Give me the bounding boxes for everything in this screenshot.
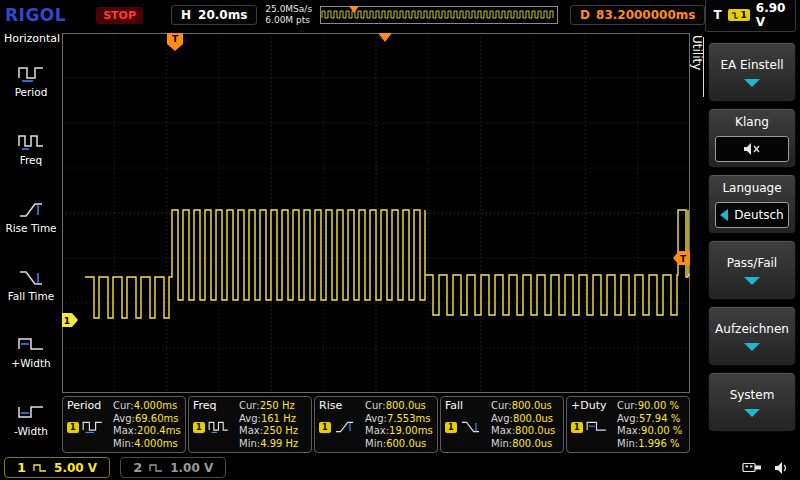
menu-title: Utility [690,35,704,70]
menu-separator [703,37,704,97]
menu-label: System [730,388,775,402]
meas-row: Avg:7.553ms [365,413,434,424]
meas-values: Cur:800.0usAvg:800.0usMax:800.0usMin:800… [491,399,560,450]
beeper-icon[interactable] [774,461,790,475]
sidebar-item-label: +Width [11,358,50,370]
menu-system[interactable]: System [708,372,796,432]
channel-1-box[interactable]: 1 5.00 V [4,457,110,478]
sidebar-item-width[interactable]: +Width [0,319,62,387]
sample-rate: 25.0MSa/s [265,4,312,15]
sidebar-item-freq[interactable]: Freq [0,116,62,184]
meas-row: Max:200.4ms [113,425,182,436]
waveform-preview-strip[interactable] [320,6,558,24]
sidebar-item-period[interactable]: Period [0,48,62,116]
chevron-down-icon [744,79,760,87]
pwidth-icon [586,420,607,434]
measurement-freq[interactable]: Freq 1 Cur:250 HzAvg:161 HzMax:250 HzMin… [188,396,312,453]
trigger-info-box[interactable]: T 1 6.90 V [705,0,796,32]
measurement-duty[interactable]: +Duty 1 Cur:90.00 %Avg:57.94 %Max:90.00 … [566,396,690,453]
menu-language[interactable]: LanguageDeutsch [708,174,796,234]
meas-name: Fall [445,399,489,412]
trigger-level-value: 6.90 V [756,1,788,29]
delay-value: 83.2000000ms [596,8,695,22]
left-sidebar: Horizontal PeriodFreqRise TimeFall Time+… [0,30,62,455]
horizontal-scale-box[interactable]: H 20.0ms [171,5,257,25]
trigger-channel-number: 1 [741,10,747,20]
meas-row: Max:800.0us [491,425,560,436]
meas-row: Max:250 Hz [239,425,308,436]
meas-row: Avg:69.60ms [113,413,182,424]
menu-pass-fail[interactable]: Pass/Fail [708,240,796,300]
chevron-left-icon [720,209,728,221]
meas-values: Cur:250 HzAvg:161 HzMax:250 HzMin:4.99 H… [239,399,308,450]
nwidth-icon [18,404,44,422]
delay-box[interactable]: D 83.2000000ms [570,5,705,25]
meas-row: Avg:161 Hz [239,413,308,424]
menu-label: EA Einstell [720,58,783,72]
coupling-icon [149,463,163,473]
meas-row: Cur:250 Hz [239,400,308,411]
pwidth-icon [18,336,44,354]
menu-ea-einstell[interactable]: EA Einstell [708,42,796,102]
meas-source: 1 [67,420,111,434]
top-bar: RIGOL STOP H 20.0ms 25.0MSa/s 6.00M pts … [0,0,800,30]
delay-position-marker[interactable] [378,33,392,42]
meas-row: Max:19.00ms [365,425,434,436]
meas-row: Cur:90.00 % [617,400,686,411]
preview-trigger-marker [349,6,359,13]
usb-icon[interactable] [742,461,762,474]
sidebar-item-label: Period [15,87,48,99]
run-state-badge[interactable]: STOP [96,7,143,24]
svg-text:T: T [680,254,687,264]
ch1-level-marker[interactable]: 1 [62,313,78,327]
meas-header: Fall 1 [445,399,489,450]
meas-row: Cur:800.0us [491,400,560,411]
trigger-level-marker[interactable]: T [673,251,690,265]
right-menu: EA EinstellKlangLanguageDeutschPass/Fail… [708,42,796,432]
measurement-rise[interactable]: Rise 1 Cur:800.0usAvg:7.553msMax:19.00ms… [314,396,438,453]
h-value: 20.0ms [198,8,247,22]
rise-icon [334,420,355,434]
trigger-channel-badge: 1 [728,9,750,21]
sidebar-item-label: Rise Time [5,223,56,235]
meas-header: Rise 1 [319,399,363,450]
channel-badge: 1 [445,422,457,433]
h-label: H [181,8,191,22]
measurement-fall[interactable]: Fall 1 Cur:800.0usAvg:800.0usMax:800.0us… [440,396,564,453]
rigol-logo: RIGOL [5,5,66,25]
sidebar-item-fall-time[interactable]: Fall Time [0,251,62,319]
channel-badge: 1 [571,422,583,433]
fall-icon [460,420,481,434]
chevron-down-icon [744,343,760,351]
sidebar-item-width[interactable]: -Width [0,387,62,455]
meas-source: 1 [445,420,489,434]
delay-label: D [580,8,590,22]
sidebar-item-rise-time[interactable]: Rise Time [0,184,62,252]
meas-row: Min:4.000ms [113,438,182,449]
meas-name: Rise [319,399,363,412]
oscilloscope-screen: RIGOL STOP H 20.0ms 25.0MSa/s 6.00M pts … [0,0,800,480]
language-value: Deutsch [734,208,783,222]
meas-row: Cur:800.0us [365,400,434,411]
falling-edge-icon [731,11,739,20]
menu-label: Pass/Fail [727,256,777,270]
meas-row: Min:600.0us [365,438,434,449]
channel-2-box[interactable]: 2 1.00 V [120,457,226,478]
menu-aufzeichnen[interactable]: Aufzeichnen [708,306,796,366]
measure-bar: Period 1 Cur:4.000msAvg:69.60msMax:200.4… [62,396,690,453]
sidebar-item-label: Fall Time [8,291,54,303]
trigger-label: T [713,8,721,22]
meas-values: Cur:4.000msAvg:69.60msMax:200.4msMin:4.0… [113,399,182,450]
channel-badge: 1 [193,422,205,433]
period-icon [82,420,103,434]
sidebar-item-label: Freq [20,155,43,167]
channel-bar: 1 5.00 V 2 1.00 V [0,455,800,480]
trigger-position-flag[interactable]: T [167,33,183,51]
channel-2-scale: 1.00 V [170,461,213,475]
channel-badge: 1 [319,422,331,433]
meas-name: +Duty [571,399,615,412]
menu-label: Language [722,181,781,195]
menu-klang[interactable]: Klang [708,108,796,168]
measurement-period[interactable]: Period 1 Cur:4.000msAvg:69.60msMax:200.4… [62,396,186,453]
meas-source: 1 [319,420,363,434]
